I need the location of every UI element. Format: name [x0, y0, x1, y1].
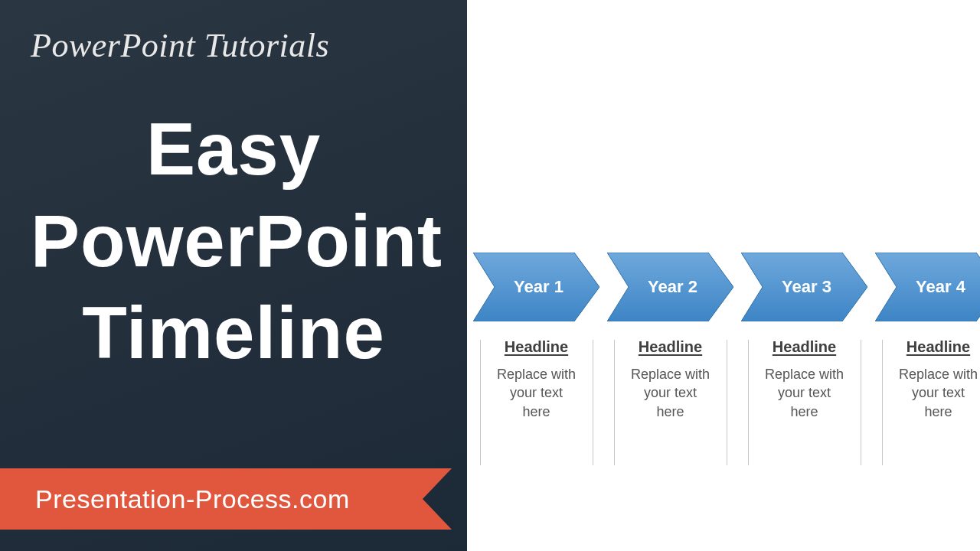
step-body: Replace with your text here [897, 365, 980, 421]
chevron-label: Year 1 [473, 253, 599, 321]
chevron: Year 4 [875, 253, 980, 321]
title-line-3: Timeline [31, 287, 436, 379]
step-headline: Headline [897, 338, 980, 356]
step-body: Replace with your text here [763, 365, 846, 421]
step-headline: Headline [495, 338, 578, 356]
chevron-label: Year 3 [741, 253, 867, 321]
step-content: Headline Replace with your text here [491, 338, 583, 467]
title-line-2: PowerPoint [31, 195, 436, 287]
chevron: Year 1 [473, 253, 599, 321]
chevron: Year 3 [741, 253, 867, 321]
chevron-label: Year 4 [875, 253, 980, 321]
step-headline: Headline [763, 338, 846, 356]
step-body: Replace with your text here [629, 365, 712, 421]
main-title: Easy PowerPoint Timeline [31, 103, 436, 379]
step-content: Headline Replace with your text here [759, 338, 851, 467]
chevron-label: Year 2 [607, 253, 733, 321]
step-headline: Headline [629, 338, 712, 356]
title-line-1: Easy [31, 103, 436, 195]
timeline-step: Year 4 Headline Replace with your text h… [875, 253, 980, 467]
left-panel: PowerPoint Tutorials Easy PowerPoint Tim… [0, 0, 467, 551]
step-content: Headline Replace with your text here [893, 338, 981, 467]
timeline-step: Year 3 Headline Replace with your text h… [741, 253, 867, 467]
step-body: Replace with your text here [495, 365, 578, 421]
timeline: Year 1 Headline Replace with your text h… [473, 253, 971, 467]
ribbon-text: Presentation-Process.com [35, 484, 350, 514]
subtitle: PowerPoint Tutorials [31, 26, 436, 65]
timeline-step: Year 1 Headline Replace with your text h… [473, 253, 599, 467]
step-content: Headline Replace with your text here [625, 338, 717, 467]
right-panel: Year 1 Headline Replace with your text h… [467, 0, 980, 551]
chevron: Year 2 [607, 253, 733, 321]
ribbon: Presentation-Process.com [0, 468, 452, 530]
timeline-step: Year 2 Headline Replace with your text h… [607, 253, 733, 467]
